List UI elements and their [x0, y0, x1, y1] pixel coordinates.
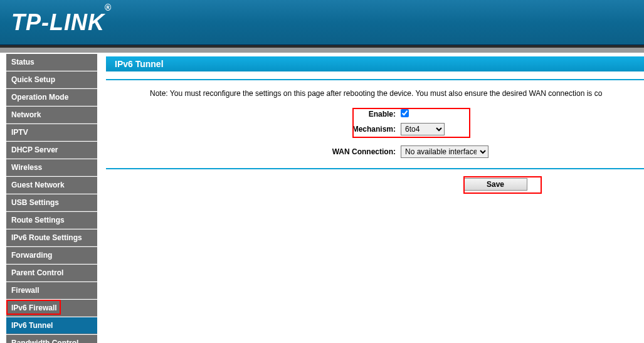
sidebar-item-parent-control[interactable]: Parent Control — [6, 265, 97, 282]
sidebar-item-iptv[interactable]: IPTV — [6, 124, 97, 141]
sidebar-item-label: Firewall — [11, 286, 40, 295]
sidebar-item-network[interactable]: Network — [6, 107, 97, 124]
sidebar-item-ipv6-firewall[interactable]: IPv6 Firewall — [6, 300, 97, 317]
sidebar-item-label: Quick Setup — [11, 75, 55, 84]
note-text: Note: You must reconfigure the settings … — [150, 89, 644, 98]
sidebar-item-label: Network — [11, 110, 41, 119]
sidebar-item-label: Parent Control — [11, 268, 63, 277]
sidebar-item-wireless[interactable]: Wireless — [6, 159, 97, 176]
divider — [106, 168, 644, 169]
content: IPv6 Tunnel Note: You must reconfigure t… — [97, 53, 644, 343]
sidebar-item-label: Guest Network — [11, 181, 65, 189]
sidebar-item-label: IPv6 Route Settings — [11, 233, 82, 242]
sidebar-item-status[interactable]: Status — [6, 54, 97, 71]
sidebar-item-usb-settings[interactable]: USB Settings — [6, 194, 97, 211]
sidebar-item-firewall[interactable]: Firewall — [6, 282, 97, 299]
sidebar-item-ipv6-tunnel[interactable]: IPv6 Tunnel — [6, 317, 97, 334]
sidebar-item-ipv6-route-settings[interactable]: IPv6 Route Settings — [6, 230, 97, 246]
brand-name: TP-LINK — [11, 9, 105, 35]
page-title: IPv6 Tunnel — [106, 56, 644, 71]
sidebar-item-label: Wireless — [11, 163, 42, 172]
save-button[interactable]: Save — [463, 178, 527, 191]
sidebar-item-label: Status — [11, 58, 34, 66]
divider-gray — [0, 48, 644, 53]
sidebar-item-dhcp-server[interactable]: DHCP Server — [6, 142, 97, 159]
sidebar-item-quick-setup[interactable]: Quick Setup — [6, 71, 97, 88]
divider — [106, 79, 644, 80]
sidebar-item-label: Bandwidth Control — [11, 339, 78, 343]
sidebar-item-label: Operation Mode — [11, 93, 68, 102]
sidebar-item-label: DHCP Server — [11, 145, 58, 154]
enable-checkbox[interactable] — [401, 109, 409, 117]
wan-select[interactable]: No available interface. — [401, 145, 488, 158]
sidebar-item-forwarding[interactable]: Forwarding — [6, 247, 97, 264]
save-button-label: Save — [487, 180, 504, 189]
wan-label: WAN Connection: — [106, 147, 401, 156]
sidebar-item-label: Route Settings — [11, 216, 65, 224]
page-title-text: IPv6 Tunnel — [115, 59, 164, 69]
brand-logo: TP-LINK® — [11, 9, 112, 36]
sidebar-item-label: Forwarding — [11, 251, 52, 260]
sidebar-item-label: IPTV — [11, 128, 28, 137]
row-wan: WAN Connection: No available interface. — [106, 145, 644, 158]
sidebar: Status Quick Setup Operation Mode Networ… — [0, 53, 97, 343]
row-mechanism: Mechanism: 6to4 — [106, 123, 644, 135]
sidebar-item-operation-mode[interactable]: Operation Mode — [6, 89, 97, 106]
sidebar-item-label: USB Settings — [11, 198, 59, 207]
sidebar-item-label: IPv6 Tunnel — [11, 321, 53, 330]
sidebar-item-label: IPv6 Firewall — [11, 303, 57, 312]
enable-label: Enable: — [106, 110, 401, 119]
mechanism-select[interactable]: 6to4 — [401, 123, 445, 135]
save-row: Save — [106, 178, 644, 191]
mechanism-label: Mechanism: — [106, 125, 401, 134]
sidebar-item-route-settings[interactable]: Route Settings — [6, 212, 97, 229]
sidebar-item-bandwidth-control[interactable]: Bandwidth Control — [6, 335, 97, 343]
row-enable: Enable: — [106, 109, 644, 119]
header: TP-LINK® — [0, 0, 644, 45]
sidebar-item-guest-network[interactable]: Guest Network — [6, 177, 97, 194]
brand-reg: ® — [105, 3, 112, 13]
